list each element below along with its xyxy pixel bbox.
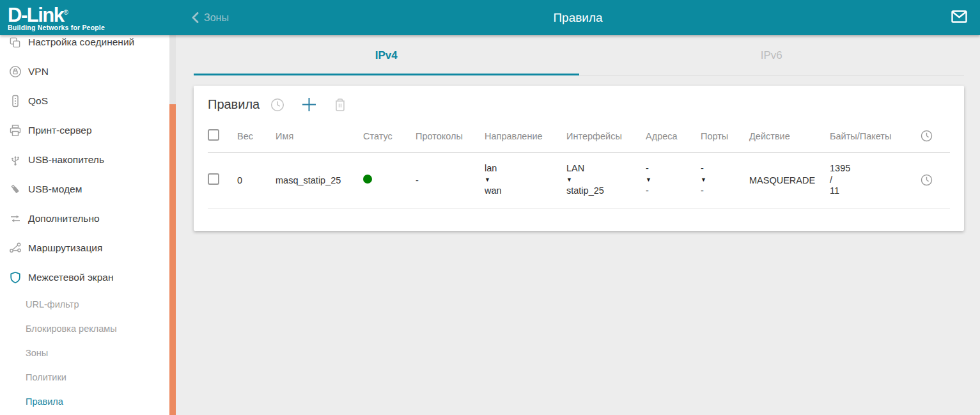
double-arrows-icon: [9, 212, 22, 225]
tab-inactive-underline: [579, 75, 965, 75]
sidebar-scrollbar-thumb[interactable]: [169, 104, 176, 415]
rule-row[interactable]: 0 masq_statip_25 - lan ▼ wan LAN: [208, 152, 950, 208]
status-enabled-dot: [363, 175, 372, 184]
direction-to: wan: [485, 185, 566, 197]
column-header-weight: Вес: [237, 120, 276, 152]
page-title: Правила: [176, 0, 980, 35]
interface-to: statip_25: [566, 185, 646, 197]
rules-table-header-row: Вес Имя Статус Протоколы Направление Инт…: [208, 120, 950, 152]
packets-value: 11: [830, 185, 921, 197]
sidebar-item-connections-setup[interactable]: Настройка соединений: [9, 35, 176, 57]
rule-weight: 0: [237, 152, 276, 208]
delete-rule-button[interactable]: [334, 98, 346, 112]
arrow-down-icon: ▼: [646, 175, 701, 186]
sidebar-item-print-server[interactable]: Принт-сервер: [9, 116, 176, 145]
schedule-clock-button[interactable]: [270, 98, 284, 112]
sidebar-item-label: USB-накопитель: [28, 154, 104, 166]
usb-storage-icon: [9, 153, 22, 166]
vpn-lock-icon: [9, 65, 22, 78]
select-all-checkbox[interactable]: [208, 129, 219, 141]
tab-ipv6[interactable]: IPv6: [579, 35, 965, 75]
rule-interfaces: LAN ▼ statip_25: [566, 152, 646, 208]
sidebar-subitem-label: Правила: [26, 396, 63, 407]
sidebar-item-label: Межсетевой экран: [28, 272, 113, 283]
sidebar-item-label: Дополнительно: [28, 213, 100, 224]
qos-icon: [9, 95, 22, 107]
sidebar-subitem-label: Блокировка рекламы: [26, 324, 117, 334]
column-header-ports: Порты: [701, 120, 749, 152]
address-to: -: [646, 185, 701, 197]
printer-icon: [9, 124, 22, 137]
arrow-down-icon: ▼: [485, 175, 566, 186]
sidebar-scrollbar-track: [169, 35, 176, 415]
port-to: -: [701, 185, 749, 197]
column-header-addresses: Адреса: [646, 120, 701, 152]
port-from: -: [701, 163, 749, 175]
sidebar-item-qos[interactable]: QoS: [9, 86, 176, 116]
routing-icon: [9, 242, 22, 254]
sidebar-item-usb-modem[interactable]: USB-модем: [9, 175, 176, 204]
sidebar-item-vpn[interactable]: VPN: [9, 57, 176, 86]
rules-card-header: Правила: [208, 86, 950, 113]
logo-tagline: Building Networks for People: [8, 24, 176, 31]
sidebar-item-usb-storage[interactable]: USB-накопитель: [9, 145, 176, 175]
sidebar-item-label: QoS: [28, 95, 48, 107]
column-header-name: Имя: [276, 120, 363, 152]
bytes-value: 1395: [830, 163, 921, 175]
sidebar-item-label: VPN: [28, 66, 49, 77]
registered-mark: ®: [63, 9, 68, 16]
arrow-down-icon: ▼: [566, 175, 646, 186]
direction-from: lan: [485, 163, 566, 175]
logo-brand-text: D-Link®: [8, 4, 176, 24]
rules-table: Вес Имя Статус Протоколы Направление Инт…: [208, 120, 950, 208]
sidebar-item-label: Маршрутизация: [28, 242, 102, 254]
sidebar-subitem-label: Политики: [26, 372, 66, 382]
tab-ipv4[interactable]: IPv4: [194, 35, 579, 75]
rule-addresses: - ▼ -: [646, 152, 701, 208]
sidebar-subitem-zones[interactable]: Зоны: [9, 341, 176, 365]
mail-icon[interactable]: [951, 10, 967, 26]
main-content: IPv4 IPv6 Правила Вес: [176, 35, 980, 415]
ip-version-tabs: IPv4 IPv6: [194, 35, 964, 75]
rule-direction: lan ▼ wan: [485, 152, 566, 208]
sidebar-subitem-label: Зоны: [26, 348, 48, 358]
rule-action: MASQUERADE: [749, 152, 830, 208]
column-header-status: Статус: [363, 120, 416, 152]
firewall-shield-icon: [9, 271, 22, 284]
dlink-logo: D-Link® Building Networks for People: [0, 4, 176, 31]
arrow-down-icon: ▼: [701, 175, 749, 186]
interface-from: LAN: [566, 163, 646, 175]
sidebar-item-label: Настройка соединений: [28, 36, 134, 48]
column-header-schedule-icon: [921, 130, 950, 142]
address-from: -: [646, 163, 701, 175]
tab-ipv4-label: IPv4: [375, 49, 398, 62]
rule-schedule-clock-icon: [921, 174, 950, 186]
sidebar-item-label: Принт-сервер: [28, 125, 92, 136]
sidebar-item-advanced[interactable]: Дополнительно: [9, 204, 176, 233]
rules-card-title: Правила: [208, 97, 260, 112]
sidebar-subitem-ad-blocking[interactable]: Блокировка рекламы: [9, 317, 176, 341]
connections-icon: [9, 36, 22, 49]
column-header-bytes-packets: Байты/Пакеты: [830, 120, 921, 152]
sidebar-nav: Настройка соединений VPN QoS Принт-серве…: [0, 35, 176, 415]
rule-row-checkbox[interactable]: [208, 173, 219, 185]
tab-active-underline: [194, 74, 579, 75]
sidebar-item-label: USB-модем: [28, 184, 82, 195]
column-header-interfaces: Интерфейсы: [566, 120, 646, 152]
sidebar-item-routing[interactable]: Маршрутизация: [9, 233, 176, 263]
rule-ports: - ▼ -: [701, 152, 749, 208]
sidebar-subitem-rules[interactable]: Правила: [9, 389, 176, 414]
top-header-bar: D-Link® Building Networks for People Зон…: [0, 0, 980, 35]
sidebar-subitem-label: URL-фильтр: [26, 299, 79, 309]
column-header-action: Действие: [749, 120, 830, 152]
column-header-direction: Направление: [485, 120, 566, 152]
sidebar-subitem-policies[interactable]: Политики: [9, 365, 176, 389]
sidebar-subitem-url-filter[interactable]: URL-фильтр: [9, 292, 176, 317]
rules-card: Правила Вес Имя Статус Протоколы Направл…: [194, 86, 964, 231]
rule-bytes-packets: 1395 / 11: [830, 152, 921, 208]
rule-name: masq_statip_25: [276, 152, 363, 208]
tab-ipv6-label: IPv6: [761, 49, 782, 62]
column-header-protocols: Протоколы: [416, 120, 485, 152]
sidebar-item-firewall[interactable]: Межсетевой экран: [9, 263, 176, 292]
add-rule-button[interactable]: [301, 97, 317, 113]
